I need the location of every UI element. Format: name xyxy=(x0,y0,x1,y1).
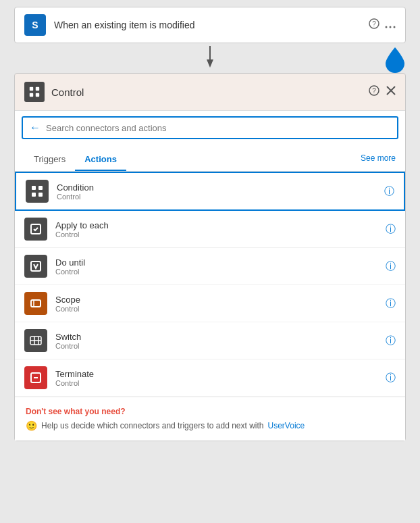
svg-point-4 xyxy=(394,26,396,28)
search-input[interactable] xyxy=(46,123,390,133)
dountil-icon xyxy=(24,255,47,278)
search-back-button[interactable]: ← xyxy=(30,122,41,134)
terminate-text: Terminate Control xyxy=(55,369,386,387)
svg-marker-6 xyxy=(207,59,213,68)
trigger-avatar: S xyxy=(24,14,46,36)
switch-info-icon[interactable]: ⓘ xyxy=(386,334,396,347)
action-condition[interactable]: Condition Control ⓘ xyxy=(15,172,405,211)
see-more-link[interactable]: See more xyxy=(361,153,396,168)
svg-rect-8 xyxy=(36,87,39,91)
actions-list: Condition Control ⓘ Apply to each Contro… xyxy=(15,172,405,397)
control-header: Control ? xyxy=(15,74,405,111)
help-text: Help us decide which connectors and trig… xyxy=(41,421,264,430)
action-apply-to-each[interactable]: Apply to each Control ⓘ xyxy=(15,211,405,248)
svg-text:?: ? xyxy=(372,20,376,28)
svg-rect-10 xyxy=(36,93,39,97)
search-area: ← xyxy=(15,111,405,145)
action-switch[interactable]: Switch Control ⓘ xyxy=(15,322,405,359)
switch-text: Switch Control xyxy=(55,332,386,350)
smiley-icon: 🙂 xyxy=(26,420,37,431)
switch-icon xyxy=(24,329,47,352)
svg-rect-17 xyxy=(32,193,36,197)
scope-icon xyxy=(24,292,47,315)
terminate-icon xyxy=(24,366,47,389)
footer-area: Don't see what you need? 🙂 Help us decid… xyxy=(15,397,405,441)
trigger-more-button[interactable] xyxy=(385,19,396,31)
svg-rect-21 xyxy=(31,300,41,307)
trigger-card: S When an existing item is modified ? xyxy=(14,7,406,43)
tabs-row: Triggers Actions See more xyxy=(15,145,405,172)
apply-icon xyxy=(24,218,47,241)
control-header-icon xyxy=(24,82,45,102)
svg-point-3 xyxy=(390,26,392,28)
svg-rect-7 xyxy=(30,87,33,91)
scope-info-icon[interactable]: ⓘ xyxy=(386,297,396,310)
svg-rect-9 xyxy=(30,93,33,97)
trigger-title: When an existing item is modified xyxy=(54,20,369,30)
tab-actions[interactable]: Actions xyxy=(75,150,126,171)
control-help-button[interactable]: ? xyxy=(369,85,379,99)
trigger-icons: ? xyxy=(369,18,396,32)
apply-text: Apply to each Control xyxy=(55,220,386,239)
apply-info-icon[interactable]: ⓘ xyxy=(386,223,396,236)
uservoice-link[interactable]: UserVoice xyxy=(268,421,305,430)
condition-info-icon[interactable]: ⓘ xyxy=(384,185,394,198)
control-header-actions: ? xyxy=(369,85,396,99)
dont-see-text: Don't see what you need? xyxy=(26,407,394,416)
tabs: Triggers Actions xyxy=(24,150,126,171)
control-close-button[interactable] xyxy=(386,86,396,98)
svg-rect-15 xyxy=(32,186,36,190)
condition-icon xyxy=(26,180,49,203)
terminate-info-icon[interactable]: ⓘ xyxy=(386,372,396,384)
control-title: Control xyxy=(51,86,369,98)
dountil-text: Do until Control xyxy=(55,257,386,276)
search-box: ← xyxy=(22,116,398,139)
water-drop xyxy=(384,46,406,76)
scope-text: Scope Control xyxy=(55,295,386,313)
dountil-info-icon[interactable]: ⓘ xyxy=(386,260,396,273)
action-terminate[interactable]: Terminate Control ⓘ xyxy=(15,359,405,397)
condition-text: Condition Control xyxy=(57,182,384,201)
flow-arrow xyxy=(14,43,406,73)
svg-rect-18 xyxy=(38,193,43,197)
svg-point-2 xyxy=(386,26,388,28)
action-do-until[interactable]: Do until Control ⓘ xyxy=(15,248,405,285)
trigger-help-button[interactable]: ? xyxy=(369,18,379,32)
action-scope[interactable]: Scope Control ⓘ xyxy=(15,285,405,322)
control-panel: Control ? ← Triggers Actions S xyxy=(14,73,406,441)
footer-uservoice: 🙂 Help us decide which connectors and tr… xyxy=(26,420,394,431)
tab-triggers[interactable]: Triggers xyxy=(24,150,75,171)
svg-rect-16 xyxy=(38,186,43,190)
svg-text:?: ? xyxy=(372,87,376,95)
